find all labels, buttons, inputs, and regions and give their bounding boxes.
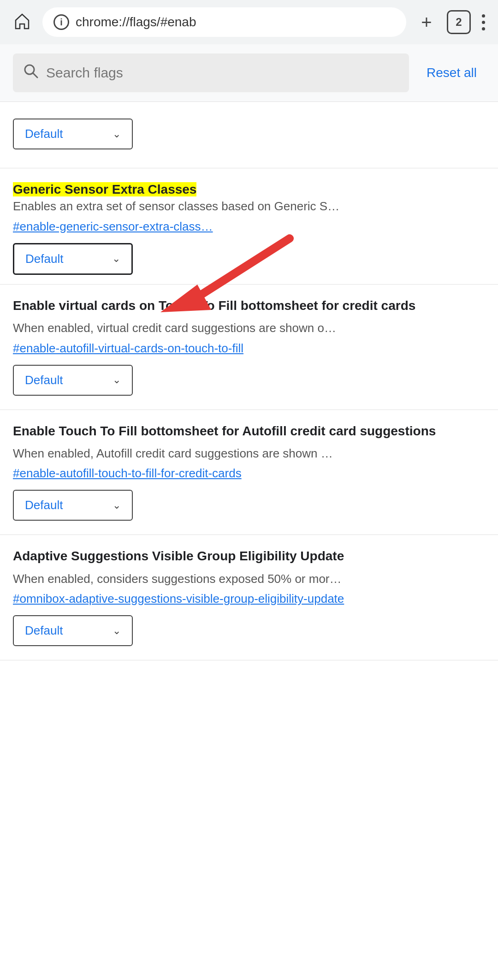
address-text: chrome://flags/#enab: [76, 15, 196, 30]
chevron-down-icon: ⌄: [113, 128, 121, 140]
chevron-down-icon: ⌄: [113, 625, 121, 637]
menu-dot: [482, 14, 485, 18]
chevron-down-icon: ⌄: [113, 374, 121, 386]
touch-fill-dropdown[interactable]: Default⌄: [13, 490, 133, 521]
flag-section-touch-fill: Enable Touch To Fill bottomsheet for Aut…: [0, 410, 498, 535]
chevron-down-icon: ⌄: [112, 253, 120, 265]
search-bar-area: Reset all: [0, 44, 498, 102]
chevron-down-icon: ⌄: [113, 499, 121, 511]
flag-description: When enabled, Autofill credit card sugge…: [13, 445, 485, 462]
top-bar: i chrome://flags/#enab + 2: [0, 0, 498, 44]
flag-title: Generic Sensor Extra Classes: [13, 182, 196, 196]
first-dropdown-label: Default: [25, 127, 63, 141]
generic-sensor-dropdown[interactable]: Default ⌄: [13, 243, 133, 275]
first-flag-section: Default ⌄: [0, 102, 498, 168]
new-tab-button[interactable]: +: [414, 9, 439, 35]
flag-section-adaptive-suggestions: Adaptive Suggestions Visible Group Eligi…: [0, 535, 498, 660]
flag-description: When enabled, virtual credit card sugges…: [13, 320, 485, 336]
menu-dot: [482, 27, 485, 30]
address-bar[interactable]: i chrome://flags/#enab: [42, 7, 406, 37]
reset-all-button[interactable]: Reset all: [418, 58, 485, 88]
flag-title: Enable Touch To Fill bottomsheet for Aut…: [13, 423, 485, 440]
flag-title-wrap: Generic Sensor Extra Classes: [13, 181, 485, 198]
search-icon: [23, 63, 39, 83]
dropdown-wrap: Default⌄: [13, 365, 485, 396]
info-icon: i: [53, 14, 69, 30]
dropdown-wrap: Default⌄: [13, 615, 485, 646]
flag-link[interactable]: #enable-autofill-touch-to-fill-for-credi…: [13, 466, 485, 481]
dropdown-label: Default: [25, 624, 63, 638]
flag-link[interactable]: #enable-generic-sensor-extra-class…: [13, 220, 485, 234]
flags-list: Enable virtual cards on Touch To Fill bo…: [0, 285, 498, 660]
dropdown-label: Default: [25, 498, 63, 512]
home-icon: [13, 12, 31, 32]
dropdown-wrap: Default⌄: [13, 490, 485, 521]
first-dropdown-wrap: Default ⌄: [13, 119, 485, 149]
flag-link[interactable]: #omnibox-adaptive-suggestions-visible-gr…: [13, 592, 485, 606]
dropdown-label: Default: [25, 252, 63, 266]
first-dropdown[interactable]: Default ⌄: [13, 119, 133, 149]
flag-description: When enabled, considers suggestions expo…: [13, 570, 485, 587]
flag-section-virtual-cards: Enable virtual cards on Touch To Fill bo…: [0, 285, 498, 410]
flag-title: Adaptive Suggestions Visible Group Eligi…: [13, 548, 485, 564]
dropdown-label: Default: [25, 373, 63, 387]
adaptive-suggestions-dropdown[interactable]: Default⌄: [13, 615, 133, 646]
search-input[interactable]: [46, 65, 399, 81]
search-input-wrap: [13, 53, 409, 92]
menu-button[interactable]: [478, 11, 489, 34]
virtual-cards-dropdown[interactable]: Default⌄: [13, 365, 133, 396]
tab-count: 2: [456, 16, 462, 29]
generic-sensor-flag-section: Generic Sensor Extra Classes Enables an …: [0, 168, 498, 285]
flag-link[interactable]: #enable-autofill-virtual-cards-on-touch-…: [13, 341, 485, 356]
menu-dot: [482, 21, 485, 24]
dropdown-arrow-container: Default ⌄: [13, 243, 133, 275]
new-tab-icon: +: [421, 13, 432, 31]
flag-title: Enable virtual cards on Touch To Fill bo…: [13, 297, 485, 314]
home-button[interactable]: [9, 9, 35, 35]
tab-count-box[interactable]: 2: [447, 10, 471, 34]
svg-line-1: [33, 73, 37, 77]
flag-description: Enables an extra set of sensor classes b…: [13, 198, 485, 214]
